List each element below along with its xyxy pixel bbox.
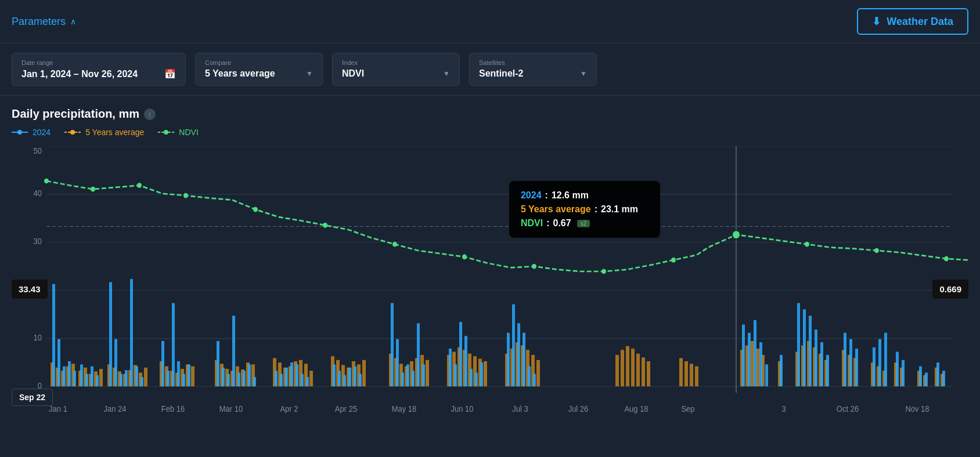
svg-rect-203 <box>528 367 531 387</box>
svg-rect-221 <box>878 339 881 387</box>
satellites-control[interactable]: Satellites Sentinel-2 ▼ <box>469 53 597 86</box>
svg-rect-220 <box>873 347 875 387</box>
tooltip-5yr-label: 5 Years average <box>521 204 591 215</box>
svg-rect-108 <box>621 350 624 386</box>
svg-text:Nov 18: Nov 18 <box>905 405 929 414</box>
svg-rect-201 <box>517 323 520 386</box>
date-range-value: Jan 1, 2024 – Nov 26, 2024 📅 <box>21 68 176 79</box>
svg-rect-167 <box>232 315 235 386</box>
compare-value: 5 Years average ▼ <box>205 68 313 79</box>
svg-rect-180 <box>338 371 341 386</box>
svg-rect-191 <box>422 364 425 386</box>
svg-rect-222 <box>884 333 887 387</box>
svg-text:Jun 10: Jun 10 <box>451 405 473 414</box>
svg-rect-174 <box>285 368 288 387</box>
svg-rect-193 <box>454 364 457 386</box>
svg-rect-175 <box>290 362 293 386</box>
svg-rect-208 <box>759 342 762 386</box>
svg-rect-226 <box>925 373 928 387</box>
tooltip-5yr-row: 5 Years average : 23.1 mm <box>521 204 648 215</box>
svg-text:Apr 2: Apr 2 <box>280 405 298 414</box>
index-control[interactable]: Index NDVI ▼ <box>332 53 460 86</box>
svg-rect-164 <box>217 341 219 387</box>
chart-title: Daily precipitation, mm <box>12 107 139 121</box>
svg-rect-171 <box>253 377 256 386</box>
svg-rect-169 <box>243 371 246 386</box>
legend-2024[interactable]: 2024 <box>12 128 51 137</box>
ndvi-dot <box>874 248 879 253</box>
compare-control[interactable]: Compare 5 Years average ▼ <box>195 53 323 86</box>
weather-data-label: Weather Data <box>887 16 953 28</box>
chart-section: Daily precipitation, mm i 2024 5 Years a… <box>0 96 980 425</box>
svg-rect-181 <box>343 375 346 387</box>
ndvi-dot <box>462 255 467 260</box>
svg-rect-112 <box>642 357 645 386</box>
svg-text:Apr 25: Apr 25 <box>335 405 357 414</box>
svg-text:Jan 1: Jan 1 <box>49 405 67 414</box>
header: Parameters ∧ ⬇ Weather Data <box>0 0 980 43</box>
svg-rect-218 <box>849 339 852 387</box>
legend-ndvi-line-icon <box>158 130 174 135</box>
svg-rect-107 <box>615 355 619 387</box>
svg-text:Jul 26: Jul 26 <box>568 405 589 414</box>
svg-rect-173 <box>280 374 283 387</box>
date-range-control[interactable]: Date range Jan 1, 2024 – Nov 26, 2024 📅 <box>12 53 186 86</box>
index-dropdown-icon: ▼ <box>443 70 450 78</box>
ndvi-dot <box>392 242 397 247</box>
svg-rect-163 <box>188 364 190 386</box>
svg-rect-161 <box>177 361 180 387</box>
svg-rect-152 <box>114 339 117 387</box>
svg-rect-206 <box>748 333 751 387</box>
satellites-label: Satellites <box>479 59 587 66</box>
svg-rect-151 <box>109 282 112 387</box>
svg-rect-111 <box>636 354 640 387</box>
calendar-icon: 📅 <box>164 68 176 79</box>
legend-5yr-line-icon <box>64 130 81 135</box>
info-icon[interactable]: i <box>144 108 156 120</box>
svg-point-1 <box>17 130 22 135</box>
svg-rect-117 <box>695 367 698 387</box>
svg-rect-113 <box>647 361 650 387</box>
legend-ndvi[interactable]: NDVI <box>158 128 198 137</box>
svg-rect-148 <box>85 374 88 387</box>
chart-svg: 0 10 20 30 40 50 Jan 1 Jan 24 Feb 16 Mar… <box>12 146 968 425</box>
svg-rect-187 <box>401 373 404 387</box>
controls-bar: Date range Jan 1, 2024 – Nov 26, 2024 📅 … <box>0 43 980 96</box>
svg-rect-99 <box>484 361 487 387</box>
ndvi-dot <box>91 187 95 192</box>
tooltip-5yr-value: 23.1 mm <box>601 204 638 215</box>
download-icon: ⬇ <box>872 15 881 28</box>
svg-rect-155 <box>130 279 133 386</box>
svg-rect-207 <box>754 320 756 387</box>
svg-rect-116 <box>690 364 693 386</box>
svg-rect-224 <box>902 360 905 387</box>
chart-tooltip: 2024 : 12.6 mm 5 Years average : 23.1 mm… <box>509 181 660 238</box>
svg-rect-190 <box>417 323 420 386</box>
ndvi-dot <box>137 183 142 188</box>
satellites-value: Sentinel-2 ▼ <box>479 68 587 79</box>
satellites-dropdown-icon: ▼ <box>580 70 587 78</box>
svg-text:10: 10 <box>34 333 42 342</box>
tooltip-2024-colon: : <box>545 190 548 201</box>
chart-container: 0 10 20 30 40 50 Jan 1 Jan 24 Feb 16 Mar… <box>12 146 968 425</box>
svg-rect-184 <box>359 374 362 387</box>
weather-data-button[interactable]: ⬇ Weather Data <box>857 8 968 35</box>
chart-legend: 2024 5 Years average NDVI <box>12 128 968 137</box>
compare-dropdown-icon: ▼ <box>306 70 313 78</box>
svg-rect-205 <box>742 325 745 387</box>
svg-rect-106 <box>536 360 540 387</box>
ndvi-dot <box>253 207 258 212</box>
legend-5yr[interactable]: 5 Years average <box>64 128 144 137</box>
svg-rect-145 <box>68 361 71 387</box>
svg-rect-188 <box>406 364 409 386</box>
parameters-button[interactable]: Parameters ∧ <box>12 16 76 28</box>
svg-rect-115 <box>684 361 688 387</box>
tooltip-2024-row: 2024 : 12.6 mm <box>521 190 648 201</box>
ndvi-dot <box>323 223 327 228</box>
svg-rect-216 <box>826 355 829 387</box>
svg-rect-45 <box>99 369 103 387</box>
svg-rect-199 <box>507 333 510 387</box>
svg-text:50: 50 <box>34 147 42 156</box>
tooltip-ndvi-value: 0.67 <box>553 218 571 228</box>
svg-rect-156 <box>135 367 138 387</box>
